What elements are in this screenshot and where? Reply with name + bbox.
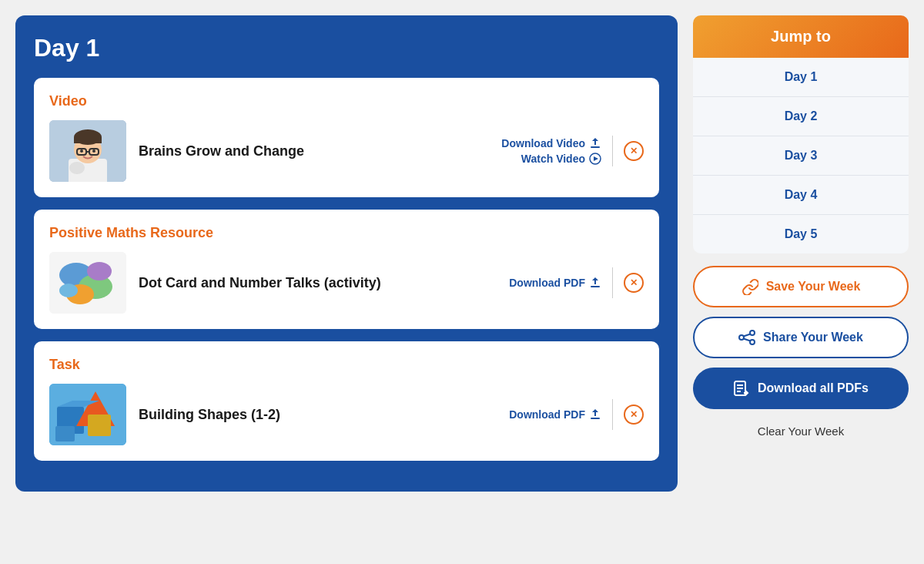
jump-to-header: Jump to [693, 15, 909, 58]
maths-item-title: Dot Card and Number Talks (activity) [139, 275, 497, 291]
download-maths-label: Download PDF [509, 277, 585, 289]
svg-point-9 [92, 149, 95, 153]
maths-card-actions: Download PDF [509, 267, 644, 298]
svg-rect-24 [88, 415, 111, 436]
video-card-actions: Download Video Watch Video [501, 136, 644, 166]
maths-card: Positive Maths Resource Dot [34, 210, 659, 329]
upload-icon-task [589, 408, 601, 421]
jump-to-nav: Day 1 Day 2 Day 3 Day 4 Day 5 [693, 58, 909, 253]
svg-rect-27 [591, 418, 600, 419]
maths-card-item: Dot Card and Number Talks (activity) Dow… [49, 252, 644, 314]
svg-point-10 [69, 162, 85, 174]
video-item-title: Brains Grow and Change [139, 143, 489, 159]
maths-action-links: Download PDF [509, 277, 601, 289]
link-icon [742, 278, 758, 295]
video-action-links: Download Video Watch Video [501, 137, 601, 165]
sidebar-item-day1[interactable]: Day 1 [693, 58, 909, 97]
remove-maths-button[interactable] [624, 273, 644, 293]
maths-thumbnail [49, 252, 126, 314]
task-card-actions: Download PDF [509, 399, 644, 430]
task-thumbnail [49, 384, 126, 445]
clear-week-label: Clear Your Week [758, 425, 844, 438]
svg-rect-25 [55, 426, 75, 441]
share-icon [738, 329, 755, 346]
task-card: Task Building Shapes (1-2) [34, 341, 659, 461]
sidebar-item-day4[interactable]: Day 4 [693, 176, 909, 215]
svg-point-30 [739, 335, 744, 340]
svg-marker-13 [594, 156, 598, 161]
day-title: Day 1 [34, 34, 659, 62]
sidebar-item-day3[interactable]: Day 3 [693, 136, 909, 176]
svg-point-29 [750, 340, 755, 344]
download-task-link[interactable]: Download PDF [509, 408, 601, 421]
sidebar-item-day2[interactable]: Day 2 [693, 97, 909, 136]
task-action-links: Download PDF [509, 408, 601, 421]
download-pdfs-icon [733, 380, 750, 397]
download-maths-link[interactable]: Download PDF [509, 277, 601, 289]
download-all-label: Download all PDFs [758, 381, 869, 395]
video-card: Video [34, 78, 659, 197]
download-video-label: Download Video [501, 137, 585, 149]
download-video-link[interactable]: Download Video [501, 137, 601, 149]
main-panel: Day 1 Video [15, 15, 678, 492]
remove-video-button[interactable] [624, 141, 644, 161]
share-week-button[interactable]: Share Your Week [693, 317, 909, 358]
svg-rect-20 [591, 286, 600, 287]
task-section-label: Task [49, 357, 644, 373]
sidebar-item-day5[interactable]: Day 5 [693, 215, 909, 253]
download-task-label: Download PDF [509, 408, 585, 421]
save-week-label: Save Your Week [766, 280, 861, 294]
svg-line-31 [744, 334, 751, 337]
maths-divider [612, 267, 613, 298]
svg-point-18 [87, 262, 112, 280]
save-week-button[interactable]: Save Your Week [693, 266, 909, 307]
maths-section-label: Positive Maths Resource [49, 225, 644, 241]
share-week-label: Share Your Week [763, 331, 863, 344]
video-thumbnail [49, 120, 126, 182]
video-divider [612, 136, 613, 166]
svg-point-19 [59, 284, 78, 297]
clear-week-button[interactable]: Clear Your Week [693, 421, 909, 441]
svg-line-32 [744, 339, 751, 341]
download-all-button[interactable]: Download all PDFs [693, 368, 909, 409]
play-icon [589, 153, 601, 165]
sidebar: Jump to Day 1 Day 2 Day 3 Day 4 Day 5 Sa… [693, 15, 909, 441]
watch-video-link[interactable]: Watch Video [521, 153, 601, 165]
task-item-title: Building Shapes (1-2) [139, 407, 497, 423]
upload-icon [589, 137, 601, 149]
video-card-item: Brains Grow and Change Download Video Wa… [49, 120, 644, 182]
svg-point-28 [750, 331, 755, 335]
task-divider [612, 399, 613, 430]
watch-video-label: Watch Video [521, 153, 585, 165]
svg-rect-4 [74, 137, 102, 143]
svg-point-8 [80, 149, 83, 153]
task-card-item: Building Shapes (1-2) Download PDF [49, 384, 644, 445]
video-section-label: Video [49, 93, 644, 109]
svg-rect-11 [591, 146, 600, 148]
upload-icon-maths [589, 277, 601, 289]
remove-task-button[interactable] [624, 405, 644, 425]
